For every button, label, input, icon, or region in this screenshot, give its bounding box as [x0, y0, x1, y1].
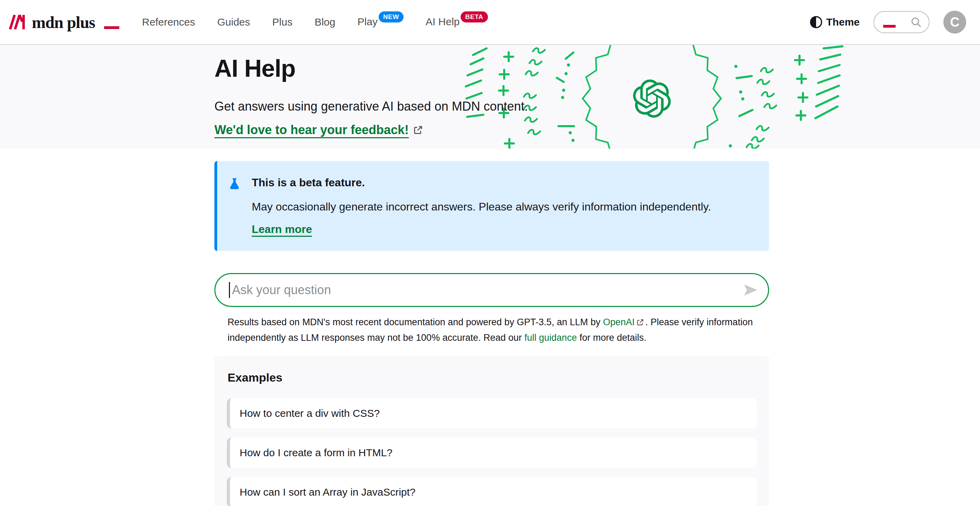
examples-heading: Examples — [228, 371, 757, 384]
example-question-create-form[interactable]: How do I create a form in HTML? — [227, 438, 757, 468]
examples-section: Examples How to center a div with CSS? H… — [215, 356, 769, 506]
theme-label: Theme — [826, 16, 860, 28]
nav-item-ai-help[interactable]: AI HelpBETA — [426, 16, 488, 27]
question-input-group — [215, 273, 769, 307]
nav-item-play[interactable]: PlayNEW — [358, 16, 404, 27]
submit-question-button[interactable] — [742, 282, 759, 298]
hero-content: AI Help Get answers using generative AI … — [215, 45, 528, 137]
example-question-center-div[interactable]: How to center a div with CSS? — [227, 398, 757, 428]
examples-list: How to center a div with CSS? How do I c… — [227, 398, 757, 506]
top-navigation-bar: mdn plus References Guides Plus Blog Pla… — [0, 0, 980, 45]
page-subtitle: Get answers using generative AI based on… — [215, 99, 528, 114]
artwork-zigzag-ring — [583, 45, 721, 149]
beta-badge: BETA — [461, 11, 488, 22]
nav-item-plus[interactable]: Plus — [272, 16, 292, 28]
openai-link[interactable]: OpenAI — [603, 317, 635, 327]
new-badge: NEW — [379, 11, 404, 22]
mdn-m-icon — [8, 11, 26, 33]
search-icon[interactable] — [910, 16, 922, 28]
search-cursor-hint — [883, 25, 896, 28]
header-actions: Theme C — [810, 11, 966, 33]
send-arrow-icon — [742, 282, 759, 298]
nav-item-references[interactable]: References — [142, 16, 195, 28]
beta-notice-card: This is a beta feature. May occasionally… — [215, 161, 769, 251]
full-guidance-link[interactable]: full guidance — [525, 333, 577, 343]
notice-body: May occasionally generate incorrect answ… — [252, 200, 752, 213]
nav-item-blog[interactable]: Blog — [315, 16, 336, 28]
theme-toggle-button[interactable]: Theme — [810, 16, 860, 29]
site-search-input[interactable] — [873, 11, 929, 33]
learn-more-link[interactable]: Learn more — [252, 223, 312, 236]
user-avatar[interactable]: C — [943, 11, 966, 33]
logo-underscore — [104, 26, 119, 29]
mdn-plus-logo[interactable]: mdn plus — [8, 11, 119, 33]
main-nav: References Guides Plus Blog PlayNEW AI H… — [142, 16, 488, 29]
notice-title: This is a beta feature. — [252, 176, 752, 189]
text-caret — [229, 282, 230, 298]
openai-logo-icon — [633, 79, 671, 117]
feedback-link[interactable]: We'd love to hear your feedback! — [215, 123, 423, 137]
ai-help-page: mdn plus References Guides Plus Blog Pla… — [0, 0, 980, 506]
external-link-icon — [636, 318, 644, 326]
ai-disclaimer: Results based on MDN's most recent docum… — [228, 314, 769, 345]
ai-help-hero: AI Help Get answers using generative AI … — [0, 45, 980, 149]
example-question-sort-array[interactable]: How can I sort an Array in JavaScript? — [227, 477, 757, 506]
theme-contrast-icon — [810, 16, 822, 29]
external-link-icon — [413, 125, 423, 135]
artwork-plus-signs — [499, 52, 807, 148]
logo-wordmark: mdn plus — [32, 13, 95, 32]
nav-item-guides[interactable]: Guides — [217, 16, 250, 28]
beaker-flask-icon — [227, 177, 242, 192]
question-input[interactable] — [215, 273, 769, 307]
page-title: AI Help — [215, 55, 528, 82]
